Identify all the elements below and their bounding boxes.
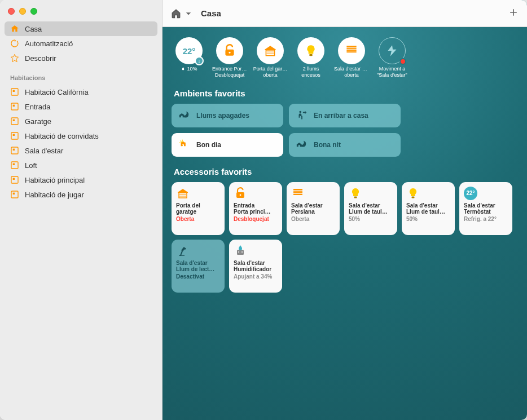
- scene-lights-off[interactable]: Llums apagades: [172, 104, 283, 127]
- room-icon: [10, 190, 19, 199]
- tile-state: Apujant a 34%: [234, 273, 278, 280]
- sidebar-room-item[interactable]: Habitació de convidats: [5, 129, 157, 143]
- accessory-tile-lamp1[interactable]: Sala d'estarLlum de taul…50%: [344, 182, 397, 235]
- sidebar-room-item[interactable]: Habitació de jugar: [5, 187, 157, 202]
- climate-pill: 22° ↓: [175, 37, 203, 64]
- shade-icon: [344, 43, 359, 58]
- tile-state: Desactivat: [176, 273, 220, 280]
- tile-name: Llum de lect…: [176, 266, 220, 273]
- room-icon: [10, 146, 19, 155]
- garage-icon: [263, 43, 278, 58]
- accessory-tile-lamp2[interactable]: Sala d'estarLlum de taul…50%: [402, 182, 455, 235]
- sidebar-room-item[interactable]: Loft: [5, 158, 157, 173]
- house-outline-icon: [170, 8, 182, 19]
- tile-name: Porta princi…: [234, 209, 278, 215]
- drop-icon: [181, 67, 186, 72]
- motion-icon: [385, 43, 399, 58]
- tile-room: Sala d'estar: [234, 260, 278, 267]
- accessory-tile-therm[interactable]: 22°Sala d'estarTermòstatRefrig. a 22°: [459, 182, 512, 235]
- scene-good-night[interactable]: Bona nit: [289, 133, 401, 157]
- sidebar-item-home[interactable]: Casa: [5, 21, 157, 36]
- scenes-section-title: Ambients favorits: [174, 89, 518, 98]
- sidebar-room-item[interactable]: Habitació Califòrnia: [5, 85, 157, 99]
- sidebar-item-label: Garatge: [25, 117, 51, 126]
- accessory-tile-lock[interactable]: EntradaPorta princi…Desbloquejat: [229, 182, 282, 235]
- sidebar-item-label: Casa: [25, 25, 42, 33]
- moon-house-icon: [178, 109, 191, 122]
- status-garage[interactable]: Porta del gar… oberta: [253, 37, 288, 78]
- accessory-tile-readlamp[interactable]: Sala d'estarLlum de lect…Desactivat: [172, 240, 225, 293]
- accessory-tile-shade[interactable]: Sala d'estarPersianaOberta: [287, 182, 340, 235]
- room-icon: [10, 161, 19, 170]
- down-arrow-badge: ↓: [195, 56, 204, 65]
- accessory-tile-garage[interactable]: Porta delgaratgeOberta: [172, 182, 225, 235]
- sidebar-item-label: Habitació principal: [25, 176, 85, 184]
- tile-room: Sala d'estar: [176, 260, 220, 267]
- room-icon: [10, 117, 19, 126]
- add-button[interactable]: [508, 7, 519, 20]
- sidebar-item-label: Automatització: [25, 39, 73, 48]
- scene-good-morning[interactable]: Bon dia: [172, 133, 283, 157]
- sidebar-nav: Casa Automatització Descobrir: [0, 20, 162, 69]
- tile-name: Persiana: [291, 209, 335, 215]
- garage-icon: [176, 187, 190, 200]
- content-scroll[interactable]: 22° ↓ 10% Entrance Porta… Desbloquejat P: [163, 27, 527, 420]
- window-controls: [0, 0, 162, 20]
- bulb-icon: [349, 187, 362, 200]
- sidebar-item-label: Sala d'estar: [25, 147, 63, 155]
- plus-icon: [508, 7, 519, 18]
- status-lock[interactable]: Entrance Porta… Desbloquejat: [212, 37, 247, 78]
- sidebar-room-item[interactable]: Garatge: [5, 114, 157, 129]
- tile-state: Oberta: [291, 216, 335, 223]
- room-icon: [10, 131, 19, 140]
- status-motion[interactable]: Moviment a "Sala d'estar": [375, 37, 410, 78]
- sidebar-item-discover[interactable]: Descobrir: [5, 51, 157, 65]
- moon-house-icon: [296, 139, 308, 151]
- accessories-grid: Porta delgaratgeObertaEntradaPorta princ…: [172, 182, 518, 293]
- tile-state: 50%: [349, 216, 393, 223]
- room-icon: [10, 87, 19, 96]
- status-shade[interactable]: Sala d'estar Per… oberta: [334, 37, 369, 78]
- main-panel: Casa 22° ↓ 10% Ent: [163, 0, 527, 420]
- sidebar-room-item[interactable]: Sala d'estar: [5, 143, 157, 158]
- tile-name: Humidificador: [234, 266, 278, 273]
- chevron-down-icon: [183, 8, 194, 19]
- tile-room: Sala d'estar: [406, 202, 450, 209]
- humid-icon: [234, 244, 247, 258]
- scene-arrive-home[interactable]: En arribar a casa: [289, 104, 401, 127]
- sidebar-rooms: Habitació CalifòrniaEntradaGaratgeHabita…: [0, 83, 162, 205]
- tile-name: Llum de taul…: [406, 209, 450, 215]
- home-picker[interactable]: [170, 8, 194, 19]
- sidebar-room-item[interactable]: Habitació principal: [5, 173, 157, 187]
- sidebar-item-automation[interactable]: Automatització: [5, 36, 157, 51]
- status-climate[interactable]: 22° ↓ 10%: [172, 37, 207, 78]
- bulb-icon: [304, 43, 318, 58]
- tile-name: garatge: [176, 209, 220, 215]
- room-icon: [10, 102, 19, 111]
- tile-room: Sala d'estar: [291, 202, 335, 209]
- temp-value: 22°: [183, 46, 196, 56]
- tile-state: Refrig. a 22°: [464, 216, 508, 223]
- status-lights[interactable]: 2 llums encesos: [293, 37, 328, 78]
- tile-room: Sala d'estar: [464, 202, 508, 209]
- accessory-tile-humid[interactable]: Sala d'estarHumidificadorApujant a 34%: [229, 240, 282, 293]
- toolbar: Casa: [163, 0, 527, 27]
- zoom-window-button[interactable]: [30, 8, 37, 15]
- desklamp-icon: [176, 244, 190, 258]
- tile-room: Entrada: [234, 202, 278, 209]
- automation-icon: [10, 39, 19, 48]
- tile-state: Desbloquejat: [234, 216, 278, 223]
- room-icon: [10, 175, 19, 184]
- minimize-window-button[interactable]: [19, 8, 26, 15]
- close-window-button[interactable]: [8, 8, 15, 15]
- tile-room: Porta del: [176, 202, 220, 209]
- tile-room: Sala d'estar: [349, 202, 393, 209]
- sidebar-item-label: Habitació de convidats: [25, 132, 99, 140]
- motion-pill: [379, 37, 406, 64]
- sidebar: Casa Automatització Descobrir Habitacion…: [0, 0, 163, 420]
- sidebar-room-item[interactable]: Entrada: [5, 99, 157, 114]
- lock-open-icon: [222, 43, 237, 58]
- lock-icon: [234, 187, 247, 200]
- sun-house-icon: [178, 139, 191, 151]
- alert-dot: [399, 58, 406, 65]
